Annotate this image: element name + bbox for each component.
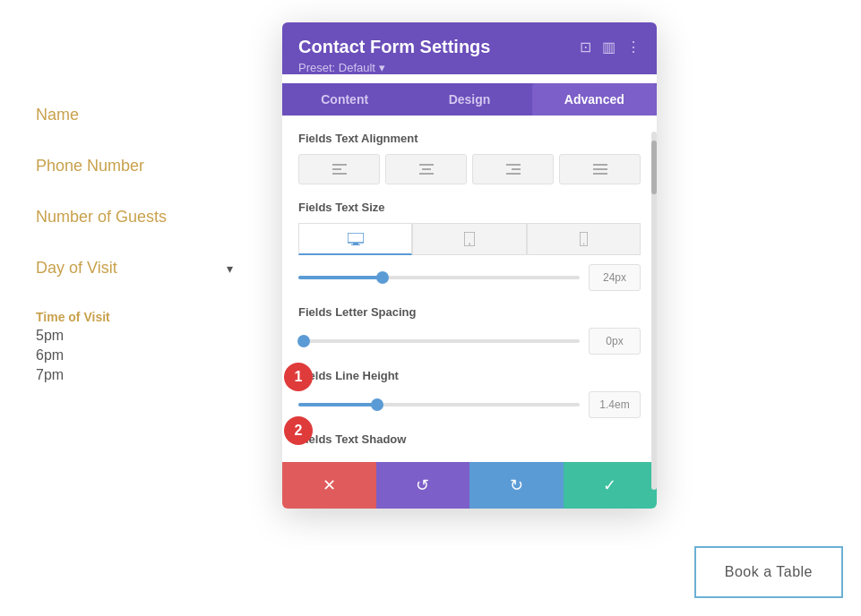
- svg-rect-10: [593, 168, 607, 170]
- svg-rect-14: [351, 244, 360, 245]
- save-icon: ✓: [603, 475, 616, 495]
- text-size-slider-thumb[interactable]: [376, 271, 389, 284]
- modal-title: Contact Form Settings: [298, 37, 490, 57]
- svg-rect-9: [593, 164, 607, 166]
- text-shadow-label: Fields Text Shadow: [298, 432, 641, 446]
- line-height-slider-track[interactable]: [298, 403, 580, 406]
- guests-label: Number of Guests: [36, 192, 233, 243]
- cancel-button[interactable]: ✕: [282, 462, 376, 509]
- modal-header-icons: ⊡ ▥ ⋮: [580, 38, 641, 56]
- text-size-slider-track[interactable]: [298, 276, 580, 279]
- tab-design[interactable]: Design: [407, 83, 531, 116]
- line-height-slider-fill: [298, 403, 377, 406]
- align-justify-btn[interactable]: [559, 154, 641, 184]
- modal-preset[interactable]: Preset: Default: [298, 61, 641, 74]
- svg-rect-1: [332, 168, 341, 170]
- svg-rect-4: [422, 168, 431, 170]
- svg-rect-5: [419, 173, 434, 175]
- align-left-btn[interactable]: [298, 154, 380, 184]
- time-section: Time of Visit 5pm 6pm 7pm: [36, 294, 233, 399]
- letter-spacing-slider-row: 0px: [298, 328, 641, 355]
- modal-footer: ✕ ↺ ↻ ✓: [282, 462, 657, 509]
- text-size-slider-fill: [298, 276, 383, 279]
- svg-rect-6: [506, 164, 521, 166]
- save-button[interactable]: ✓: [564, 462, 658, 509]
- text-alignment-label: Fields Text Alignment: [298, 132, 641, 145]
- align-right-btn[interactable]: [472, 154, 554, 184]
- line-height-value[interactable]: 1.4em: [589, 391, 641, 418]
- form-fields-list: Name Phone Number Number of Guests Day o…: [36, 90, 233, 399]
- svg-point-16: [469, 244, 470, 245]
- line-height-slider-thumb[interactable]: [371, 398, 383, 411]
- svg-rect-8: [506, 173, 521, 175]
- undo-icon: ↺: [416, 475, 429, 495]
- line-height-slider-row: 1.4em: [298, 391, 641, 418]
- book-table-button[interactable]: Book a Table: [694, 546, 843, 598]
- letter-spacing-slider-track[interactable]: [298, 339, 580, 343]
- device-tab-mobile[interactable]: [527, 223, 641, 255]
- more-options-icon[interactable]: ⋮: [626, 38, 641, 56]
- time-option-6pm[interactable]: 6pm: [36, 347, 233, 364]
- letter-spacing-label: Fields Letter Spacing: [298, 305, 641, 319]
- modal-header: Contact Form Settings ⊡ ▥ ⋮ Preset: Defa…: [282, 22, 657, 74]
- redo-icon: ↻: [510, 475, 523, 495]
- columns-icon[interactable]: ▥: [602, 38, 616, 56]
- undo-button[interactable]: ↺: [376, 462, 470, 509]
- step-badge-1: 1: [284, 363, 313, 391]
- scrollbar[interactable]: [651, 132, 657, 490]
- text-size-slider-row: 24px: [298, 264, 641, 291]
- device-tabs: [298, 223, 641, 255]
- scrollbar-thumb[interactable]: [651, 141, 657, 194]
- svg-point-18: [583, 244, 585, 245]
- time-options-list: 5pm 6pm 7pm: [36, 328, 233, 383]
- svg-rect-13: [353, 243, 358, 244]
- device-tab-tablet[interactable]: [412, 223, 526, 255]
- tab-advanced[interactable]: Advanced: [532, 83, 657, 116]
- device-tab-desktop[interactable]: [298, 223, 412, 255]
- chevron-down-icon: ▾: [227, 261, 233, 276]
- svg-rect-12: [348, 233, 364, 243]
- modal-tabs: Content Design Advanced: [282, 83, 657, 116]
- svg-rect-0: [332, 164, 347, 166]
- time-option-5pm[interactable]: 5pm: [36, 328, 233, 344]
- time-option-7pm[interactable]: 7pm: [36, 367, 233, 383]
- phone-label: Phone Number: [36, 141, 233, 192]
- contact-form-settings-modal: Contact Form Settings ⊡ ▥ ⋮ Preset: Defa…: [282, 22, 657, 509]
- modal-content-inner: 1 2 3 Fields Text Alignment: [298, 132, 641, 446]
- letter-spacing-slider-thumb[interactable]: [297, 335, 310, 347]
- tab-content[interactable]: Content: [282, 83, 407, 116]
- text-size-value[interactable]: 24px: [589, 264, 641, 291]
- svg-rect-2: [332, 173, 347, 175]
- text-size-label: Fields Text Size: [298, 201, 641, 214]
- letter-spacing-value[interactable]: 0px: [589, 328, 641, 355]
- svg-rect-7: [512, 168, 521, 170]
- cancel-icon: ✕: [323, 475, 336, 495]
- svg-rect-3: [419, 164, 434, 166]
- modal-body: 1 2 3 Fields Text Alignment: [282, 116, 657, 446]
- align-center-btn[interactable]: [385, 154, 467, 184]
- svg-rect-11: [593, 173, 607, 175]
- day-label: Day of Visit ▾: [36, 243, 233, 294]
- alignment-buttons: [298, 154, 641, 184]
- line-height-label: Fields Line Height: [298, 369, 641, 382]
- name-label: Name: [36, 90, 233, 141]
- expand-icon[interactable]: ⊡: [580, 38, 591, 56]
- redo-button[interactable]: ↻: [469, 462, 564, 509]
- step-badge-2: 2: [284, 416, 313, 445]
- modal-title-row: Contact Form Settings ⊡ ▥ ⋮: [298, 37, 641, 57]
